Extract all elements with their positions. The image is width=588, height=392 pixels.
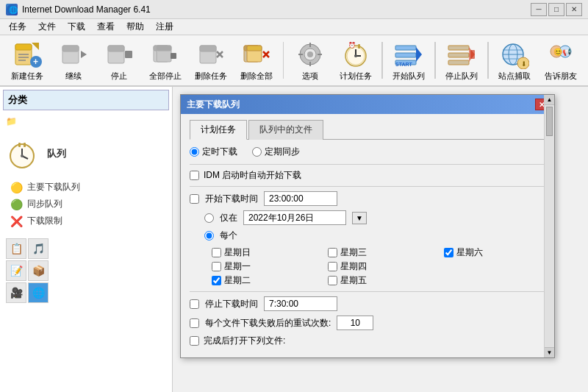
limit-queue-icon: ❌: [10, 215, 23, 227]
new-task-icon: +: [12, 40, 42, 69]
side-icon-btn-1[interactable]: 📋: [6, 238, 26, 259]
limit-queue-label: 下载限制: [27, 215, 62, 227]
friday-label: 星期五: [340, 274, 367, 287]
queue-item-limit[interactable]: ❌ 下载限制: [6, 213, 166, 229]
delete-all-button[interactable]: 删除全部: [235, 38, 278, 83]
tell-friend-button[interactable]: 😊 📢 告诉朋友: [539, 38, 582, 83]
sunday-checkbox[interactable]: [212, 248, 221, 257]
tab-schedule[interactable]: 计划任务: [190, 120, 247, 140]
site-grab-button[interactable]: ⬇ 站点捕取: [493, 38, 536, 83]
dialog-area: 主要下载队列 ✕ 计划任务 队列中的文件 定时下载: [173, 87, 588, 392]
modal-scrollbar[interactable]: ▲ ▼: [544, 95, 554, 357]
periodic-sync-radio[interactable]: [252, 147, 262, 157]
retry-count-checkbox[interactable]: [190, 318, 199, 328]
monday-check-label[interactable]: 星期一: [212, 260, 313, 273]
svg-rect-72: [18, 143, 21, 147]
delete-all-icon: [242, 40, 271, 69]
app-icon: 🌐: [6, 4, 18, 15]
resume-button[interactable]: 继续: [51, 38, 94, 83]
side-icon-btn-5[interactable]: 📦: [28, 260, 49, 281]
stop-all-button[interactable]: 全部停止: [143, 38, 186, 83]
queue-item-sync[interactable]: 🟢 同步队列: [6, 196, 166, 213]
svg-rect-22: [200, 46, 216, 51]
date-picker-button[interactable]: ▼: [352, 212, 367, 224]
retry-count-input[interactable]: [337, 316, 373, 330]
stop-time-input[interactable]: [264, 296, 337, 311]
folder-icon: 📁: [6, 116, 17, 126]
only-on-radio[interactable]: [204, 213, 214, 223]
saturday-label: 星期六: [456, 246, 483, 259]
svg-marker-49: [416, 47, 422, 62]
stop-button[interactable]: 停止: [98, 38, 140, 83]
wednesday-check-label[interactable]: 星期三: [328, 246, 429, 259]
sidebar: 分类 📁 队列: [0, 87, 173, 392]
options-button[interactable]: 选项: [288, 38, 331, 83]
start-time-input[interactable]: [264, 191, 337, 206]
saturday-checkbox[interactable]: [444, 248, 453, 257]
close-button[interactable]: ✕: [566, 3, 582, 16]
periodic-sync-radio-label[interactable]: 定期同步: [252, 146, 300, 158]
tab-queue-files[interactable]: 队列中的文件: [248, 120, 323, 140]
sync-queue-icon: 🟢: [10, 199, 23, 210]
app-title: Internet Download Manager 6.41: [22, 4, 531, 15]
every-day-radio[interactable]: [204, 231, 214, 240]
sidebar-icon-group: 📋 📝 🎥 🎵 📦 🌐: [3, 232, 169, 309]
friday-check-label[interactable]: 星期五: [328, 274, 429, 287]
tuesday-check-label[interactable]: 星期二: [212, 274, 313, 287]
menu-view[interactable]: 查看: [91, 19, 121, 35]
scroll-up-button[interactable]: ▲: [545, 95, 554, 105]
side-icon-btn-6[interactable]: 🌐: [28, 282, 49, 303]
site-grab-label: 站点捕取: [498, 71, 531, 82]
friday-checkbox[interactable]: [328, 276, 337, 285]
timed-download-radio-label[interactable]: 定时下载: [190, 146, 237, 158]
side-icons-col1: 📋 📝 🎥: [6, 238, 26, 303]
maximize-button[interactable]: □: [548, 3, 564, 16]
menu-register[interactable]: 注册: [150, 19, 179, 35]
monday-checkbox[interactable]: [212, 262, 221, 271]
menu-tasks[interactable]: 任务: [3, 19, 32, 35]
svg-rect-55: [470, 50, 475, 59]
delete-button[interactable]: 删除任务: [190, 38, 232, 83]
minimize-button[interactable]: ─: [531, 3, 547, 16]
start-queue-icon: START: [394, 40, 423, 69]
tuesday-label: 星期二: [224, 274, 251, 287]
scroll-down-button[interactable]: ▼: [545, 347, 554, 357]
wednesday-checkbox[interactable]: [328, 248, 337, 257]
stop-queue-button[interactable]: 停止队列: [440, 38, 483, 83]
scroll-thumb[interactable]: [546, 107, 553, 136]
thursday-checkbox[interactable]: [328, 262, 337, 271]
timed-download-radio[interactable]: [190, 147, 199, 157]
stop-download-checkbox[interactable]: [190, 299, 199, 309]
schedule-button[interactable]: ⏰ 计划任务: [334, 38, 377, 83]
every-day-label: 每个: [220, 229, 237, 242]
svg-rect-34: [309, 43, 311, 47]
toolbar: + 新建任务 继续 停止: [0, 35, 588, 87]
options-label: 选项: [302, 71, 318, 82]
tuesday-checkbox[interactable]: [212, 276, 221, 285]
side-icon-btn-4[interactable]: 🎵: [28, 238, 49, 259]
idm-auto-start-checkbox[interactable]: [190, 171, 199, 180]
menu-help[interactable]: 帮助: [121, 19, 150, 35]
divider-3: [190, 291, 545, 292]
menu-file[interactable]: 文件: [32, 19, 62, 35]
side-icon-btn-2[interactable]: 📝: [6, 260, 26, 281]
open-files-checkbox[interactable]: [190, 336, 199, 346]
menu-download[interactable]: 下载: [62, 19, 91, 35]
svg-rect-3: [15, 44, 32, 50]
queue-item-main[interactable]: 🟡 主要下载队列: [6, 179, 166, 196]
svg-rect-36: [298, 54, 303, 55]
sunday-check-label[interactable]: 星期日: [212, 246, 313, 259]
new-task-button[interactable]: + 新建任务: [6, 38, 49, 83]
tree-root[interactable]: 📁: [3, 115, 169, 128]
svg-marker-4: [32, 43, 39, 50]
side-icon-btn-3[interactable]: 🎥: [6, 282, 26, 303]
start-queue-button[interactable]: START 开始队列: [387, 38, 430, 83]
tell-friend-icon: 😊 📢: [546, 40, 576, 69]
thursday-check-label[interactable]: 星期四: [328, 260, 429, 273]
retry-count-row: 每个文件下载失败后的重试次数:: [190, 316, 545, 330]
date-picker-input[interactable]: [243, 210, 346, 225]
new-task-label: 新建任务: [11, 71, 43, 82]
svg-marker-12: [81, 51, 87, 58]
start-download-checkbox[interactable]: [190, 194, 199, 204]
saturday-check-label[interactable]: 星期六: [444, 246, 545, 259]
